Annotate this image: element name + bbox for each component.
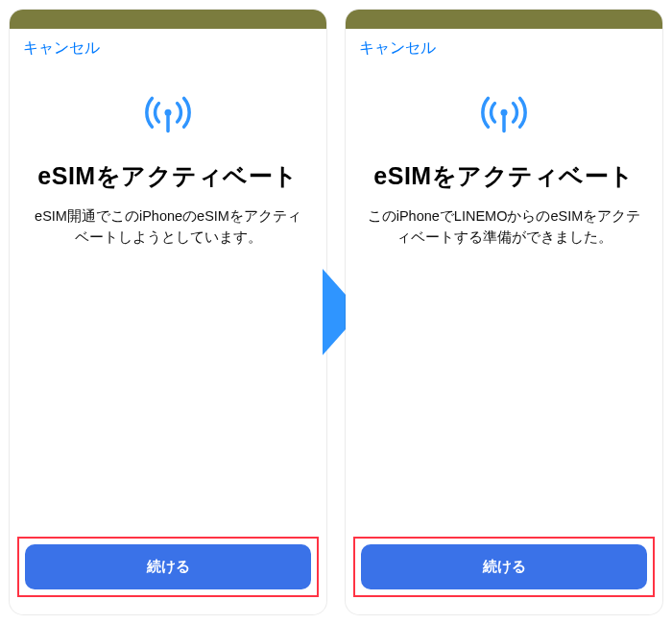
modal-top-strip [346,10,662,29]
page-title: eSIMをアクティベート [37,160,298,193]
continue-button-highlight: 続ける [17,537,319,597]
spacer [10,248,326,537]
continue-button-highlight: 続ける [353,537,655,597]
page-description: このiPhoneでLINEMOからのeSIMをアクティベートする準備ができました… [367,206,641,249]
continue-button[interactable]: 続ける [25,544,311,589]
cancel-button[interactable]: キャンセル [23,38,100,59]
page-description: eSIM開通でこのiPhoneのeSIMをアクティベートしようとしています。 [31,206,305,249]
page-title: eSIMをアクティベート [373,160,634,193]
cancel-button[interactable]: キャンセル [359,38,436,59]
cellular-signal-icon [139,85,197,143]
modal-top-strip [10,10,326,29]
cellular-signal-icon [475,85,533,143]
screen-right: キャンセル eSIMをアクティベート このiPhoneでLINEMOからのeSI… [346,10,662,614]
spacer [346,248,662,537]
content-area: eSIMをアクティベート eSIM開通でこのiPhoneのeSIMをアクティベー… [10,59,326,248]
content-area: eSIMをアクティベート このiPhoneでLINEMOからのeSIMをアクティ… [346,59,662,248]
continue-button[interactable]: 続ける [361,544,647,589]
screen-left: キャンセル eSIMをアクティベート eSIM開通でこのiPhoneのeSIMを… [10,10,326,614]
